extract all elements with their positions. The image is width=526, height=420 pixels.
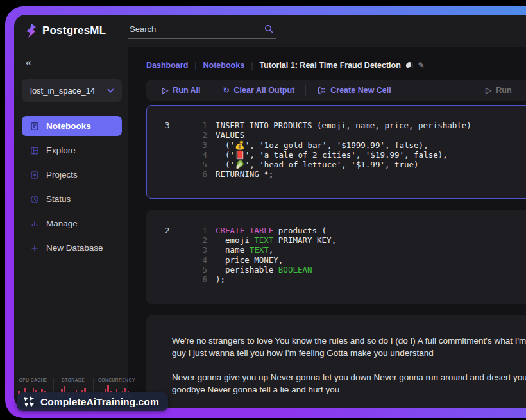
- code-token: VALUES: [216, 130, 244, 140]
- refresh-icon: ↻: [223, 86, 230, 95]
- theme-toggle-icon[interactable]: [406, 62, 413, 69]
- sidebar-item-label: Manage: [46, 219, 78, 228]
- brand-name: PostgresML: [42, 24, 106, 37]
- code-token: name: [216, 245, 250, 255]
- breadcrumb-notebooks[interactable]: Notebooks: [203, 61, 245, 70]
- clear-all-output-button[interactable]: ↻ Clear All Output: [212, 86, 306, 95]
- breadcrumb-separator: |: [194, 61, 196, 70]
- sidebar-item-label: Notebooks: [46, 121, 91, 131]
- app-window: PostgresML « lost_in_space_14 Noteboo: [14, 15, 526, 408]
- mini-chart-label: GPU CACHE: [18, 378, 49, 382]
- explore-icon: [30, 146, 39, 155]
- code-token: INSERT INTO PRODUCTS (emoji, name, price…: [216, 121, 471, 130]
- line-number: 6: [197, 169, 207, 179]
- code-token: ,: [269, 245, 274, 255]
- watermark-logo-icon: [22, 396, 35, 408]
- create-new-cell-button[interactable]: Create New Cell: [306, 86, 402, 95]
- sidebar-item-projects[interactable]: Projects: [22, 165, 122, 185]
- create-new-cell-label: Create New Cell: [330, 86, 391, 95]
- code-editor[interactable]: 1INSERT INTO PRODUCTS (emoji, name, pric…: [197, 121, 471, 180]
- code-token: ('💰', '1oz gold bar', '$1999.99', false)…: [216, 140, 428, 150]
- cell-number: 2: [147, 226, 197, 285]
- code-token: TEXT: [254, 235, 273, 245]
- window-body: « lost_in_space_14 NotebooksExploreProje…: [14, 47, 526, 408]
- run-all-label: Run All: [173, 86, 200, 95]
- projects-icon: [30, 171, 39, 180]
- line-number: 1: [197, 121, 207, 130]
- sidebar-item-manage[interactable]: Manage: [22, 214, 122, 233]
- line-number: 2: [197, 235, 207, 245]
- code-token: );: [216, 274, 225, 284]
- sidebar: « lost_in_space_14 NotebooksExploreProje…: [14, 47, 128, 408]
- notebook-cell-2[interactable]: 21CREATE TABLE products (2 emoji TEXT PR…: [146, 210, 526, 304]
- clear-all-label: Clear All Output: [234, 86, 295, 95]
- line-number: 1: [197, 226, 207, 235]
- sidebar-item-new-database[interactable]: New Database: [22, 238, 122, 258]
- code-token: PRIMARY KEY,: [273, 235, 336, 245]
- code-token: TEXT: [250, 245, 269, 255]
- notebook-toolbar: ▷ Run All ↻ Clear All Output: [146, 80, 526, 101]
- plus-icon: [30, 244, 39, 253]
- code-token: BOOLEAN: [278, 265, 312, 274]
- sidebar-item-notebooks[interactable]: Notebooks: [22, 116, 122, 136]
- main-content: Dashboard | Notebooks | Tutorial 1: Real…: [128, 47, 526, 408]
- sidebar-item-label: Status: [46, 194, 71, 204]
- run-cell-button[interactable]: ▷ Run: [475, 86, 523, 95]
- search-box: [128, 23, 276, 39]
- lyrics-paragraph: We've known each other for so longYour h…: [172, 408, 526, 408]
- line-number: 5: [197, 265, 207, 274]
- mini-chart-label: STORAGE: [58, 378, 89, 382]
- code-token: ('📕', 'a tale of 2 cities', '$19.99', fa…: [216, 150, 448, 160]
- code-token: ('🥬', 'head of lettuce', '$1.99', true): [216, 160, 419, 169]
- sidebar-item-label: Explore: [46, 146, 76, 155]
- lyrics-paragraph: We're no strangers to love You know the …: [172, 335, 526, 359]
- markdown-cell[interactable]: We're no strangers to love You know the …: [146, 315, 526, 408]
- chevron-down-icon: [107, 88, 114, 93]
- code-token: RETURNING *;: [216, 169, 273, 179]
- run-all-button[interactable]: ▷ Run All: [151, 86, 212, 95]
- toolbar-right: ▷ Run Stop: [475, 80, 526, 101]
- line-number: 6: [197, 274, 207, 284]
- cells: 31INSERT INTO PRODUCTS (emoji, name, pri…: [146, 105, 526, 408]
- code-token: emoji: [216, 235, 254, 245]
- sidebar-item-label: New Database: [46, 243, 103, 253]
- sidebar-nav: NotebooksExploreProjectsStatusManageNew …: [22, 116, 122, 258]
- workspace-name: lost_in_space_14: [30, 86, 95, 96]
- watermark-badge: CompleteAiTraining.com: [17, 392, 168, 411]
- lyrics-paragraph: Never gonna give you up Never gonna let …: [172, 371, 526, 396]
- breadcrumb-dashboard[interactable]: Dashboard: [146, 61, 188, 70]
- postgresml-logo-icon: [24, 24, 37, 38]
- stop-cell-button[interactable]: Stop: [523, 86, 526, 95]
- manage-icon: [30, 219, 39, 228]
- mini-chart-label: CONCURRENCY: [98, 378, 135, 382]
- line-number: 2: [197, 130, 207, 140]
- breadcrumb: Dashboard | Notebooks | Tutorial 1: Real…: [146, 61, 526, 70]
- notebook-title-text: Tutorial 1: Real Time Fraud Detection: [259, 61, 400, 70]
- code-token: products (: [273, 226, 327, 235]
- notebook-cell-3[interactable]: 31INSERT INTO PRODUCTS (emoji, name, pri…: [146, 105, 526, 199]
- play-icon: ▷: [486, 86, 491, 95]
- line-number: 5: [197, 160, 207, 169]
- line-number: 3: [197, 140, 207, 150]
- workspace-selector[interactable]: lost_in_space_14: [22, 79, 122, 102]
- line-number: 4: [197, 255, 207, 265]
- topbar: PostgresML: [14, 15, 526, 47]
- code-token: perishable: [216, 265, 278, 274]
- search-input[interactable]: [128, 23, 276, 39]
- sidebar-item-status[interactable]: Status: [22, 189, 122, 209]
- brand: PostgresML: [24, 24, 106, 38]
- code-token: price MONEY,: [216, 255, 283, 265]
- watermark-text: CompleteAiTraining.com: [40, 396, 159, 408]
- collapse-sidebar-icon[interactable]: «: [22, 56, 35, 70]
- search-icon[interactable]: [264, 24, 273, 36]
- line-number: 4: [197, 150, 207, 160]
- breadcrumb-separator: |: [251, 61, 253, 70]
- edit-title-icon[interactable]: ✎: [418, 61, 425, 70]
- code-editor[interactable]: 1CREATE TABLE products (2 emoji TEXT PRI…: [197, 226, 336, 285]
- sidebar-item-label: Projects: [46, 170, 78, 180]
- line-number: 3: [197, 245, 207, 255]
- code-token: CREATE TABLE: [216, 226, 273, 235]
- play-icon: ▷: [162, 86, 168, 95]
- sidebar-item-explore[interactable]: Explore: [22, 140, 122, 160]
- new-cell-icon: [317, 86, 326, 95]
